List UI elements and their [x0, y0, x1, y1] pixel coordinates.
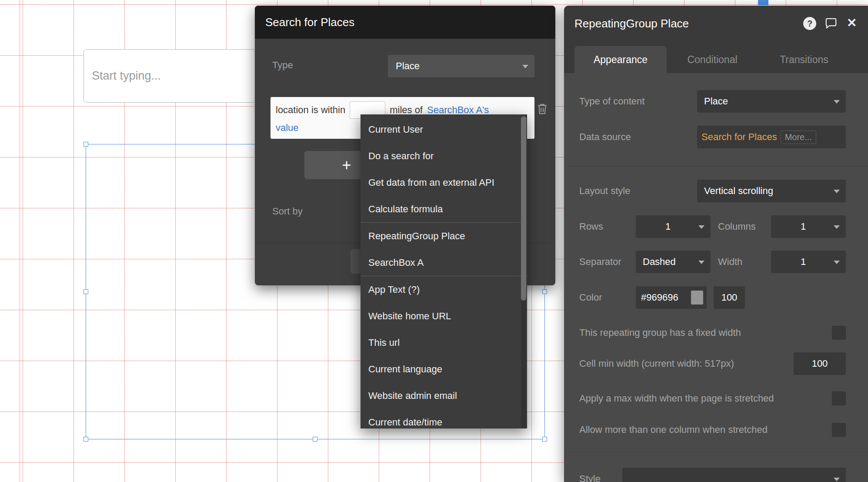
type-of-content-value: Place: [704, 96, 728, 107]
comment-icon[interactable]: [825, 17, 838, 30]
columns-value: 1: [778, 221, 828, 232]
modal-title: Search for Places: [265, 16, 354, 29]
width-label: Width: [718, 256, 742, 268]
property-panel: RepeatingGroup Place ? ✕ Appearance Cond…: [564, 6, 868, 482]
menu-item[interactable]: Current User: [361, 116, 527, 143]
rows-dropdown[interactable]: 1: [636, 215, 711, 238]
menu-item[interactable]: Get data from an external API: [361, 169, 527, 196]
separator-label: Separator: [579, 256, 621, 268]
data-source-more-button[interactable]: More...: [781, 131, 816, 144]
fixed-width-label: This repeating group has a fixed width: [579, 327, 741, 338]
selected-element-fragment[interactable]: [758, 0, 768, 5]
color-swatch[interactable]: [691, 291, 703, 305]
menu-item[interactable]: Do a search for: [361, 143, 527, 169]
trash-icon[interactable]: [536, 102, 549, 115]
chevron-down-icon: [698, 261, 704, 264]
color-label: Color: [579, 292, 602, 303]
color-opacity-field[interactable]: 100: [714, 286, 745, 309]
sort-by-label: Sort by: [272, 206, 303, 217]
type-of-content-dropdown[interactable]: Place: [697, 90, 846, 113]
section-divider: [564, 452, 868, 453]
cell-min-width-value: 100: [812, 358, 828, 369]
color-hex-field[interactable]: #969696: [636, 286, 707, 309]
menu-item[interactable]: RepeatingGroup Place: [361, 223, 527, 249]
chevron-down-icon: [834, 190, 840, 193]
chevron-down-icon: [522, 65, 528, 68]
style-dropdown[interactable]: [622, 468, 846, 482]
data-source-field[interactable]: Search for Places More...: [697, 126, 846, 148]
constraint-field-text: location is within: [276, 104, 345, 116]
max-width-label: Apply a max width when the page is stret…: [579, 393, 774, 404]
cell-min-width-input[interactable]: 100: [794, 352, 846, 375]
type-dropdown-value: Place: [396, 60, 420, 72]
width-dropdown[interactable]: 1: [771, 251, 846, 273]
menu-item[interactable]: Current date/time: [361, 409, 527, 428]
chevron-down-icon: [834, 478, 840, 481]
chevron-down-icon: [834, 261, 840, 264]
multi-column-label: Allow more than one column when stretche…: [579, 424, 768, 435]
color-hex-value: #969696: [641, 292, 691, 303]
tab-appearance[interactable]: Appearance: [574, 46, 667, 73]
cell-min-width-label: Cell min width (current width: 517px): [579, 358, 734, 369]
type-of-content-label: Type of content: [579, 96, 644, 107]
constraint-target-link-wrap[interactable]: value: [276, 122, 299, 133]
search-box-placeholder: Start typing...: [92, 69, 161, 83]
menu-item[interactable]: Website admin email: [361, 382, 527, 409]
rows-value: 1: [643, 221, 693, 232]
chevron-down-icon: [698, 225, 704, 229]
max-width-checkbox[interactable]: [832, 392, 846, 405]
separator-value: Dashed: [643, 256, 676, 268]
tab-transitions[interactable]: Transitions: [758, 46, 850, 73]
type-dropdown[interactable]: Place: [388, 55, 534, 77]
expression-menu: Current User Do a search for Get data fr…: [361, 114, 527, 428]
menu-item[interactable]: SearchBox A: [361, 249, 527, 276]
menu-item[interactable]: Current language: [361, 356, 527, 382]
style-label: Style: [579, 473, 601, 482]
tab-transitions-label: Transitions: [780, 54, 828, 66]
rows-label: Rows: [579, 221, 603, 232]
chevron-down-icon: [834, 100, 840, 104]
menu-item[interactable]: Calculate formula: [361, 196, 527, 222]
chevron-down-icon: [834, 225, 840, 229]
layout-style-value: Vertical scrolling: [704, 185, 773, 197]
fixed-width-checkbox[interactable]: [832, 326, 846, 340]
help-icon[interactable]: ?: [803, 17, 816, 30]
multi-column-checkbox[interactable]: [832, 423, 846, 437]
layout-style-label: Layout style: [579, 185, 630, 197]
menu-item[interactable]: App Text (?): [361, 276, 527, 303]
section-divider: [564, 166, 868, 167]
modal-header[interactable]: Search for Places: [255, 6, 555, 39]
resize-handle-bottom-right[interactable]: [542, 437, 547, 442]
close-icon[interactable]: ✕: [847, 16, 857, 30]
data-source-value[interactable]: Search for Places: [701, 131, 777, 143]
tab-conditional-label: Conditional: [687, 54, 737, 66]
resize-handle-bottom-left[interactable]: [83, 437, 88, 442]
resize-handle-top-left[interactable]: [83, 142, 88, 147]
color-opacity-value: 100: [721, 292, 738, 303]
resize-handle-mid-left[interactable]: [83, 289, 88, 294]
columns-label: Columns: [718, 221, 756, 232]
menu-item[interactable]: This url: [361, 329, 527, 356]
width-value: 1: [778, 256, 828, 268]
separator-dropdown[interactable]: Dashed: [636, 251, 711, 273]
resize-handle-bottom-mid[interactable]: [313, 437, 317, 442]
scrollbar-thumb[interactable]: [521, 116, 526, 301]
search-box-element[interactable]: Start typing...: [83, 49, 257, 103]
tab-appearance-label: Appearance: [594, 54, 648, 66]
data-source-label: Data source: [579, 131, 631, 143]
type-label: Type: [272, 60, 293, 71]
add-constraint-label: +: [342, 156, 351, 174]
tab-conditional[interactable]: Conditional: [666, 46, 758, 73]
resize-handle-mid-right[interactable]: [542, 289, 547, 294]
menu-item[interactable]: Website home URL: [361, 303, 527, 329]
layout-style-dropdown[interactable]: Vertical scrolling: [697, 180, 846, 202]
property-panel-title: RepeatingGroup Place: [574, 17, 689, 30]
columns-dropdown[interactable]: 1: [771, 215, 846, 238]
